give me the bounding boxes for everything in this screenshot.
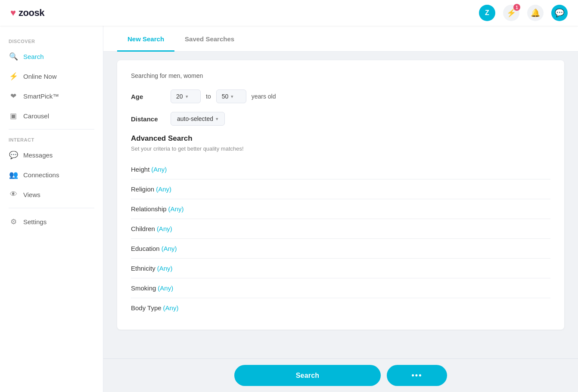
sidebar-item-connections[interactable]: 👥 Connections	[0, 165, 103, 185]
years-old-text: years old	[252, 93, 276, 100]
children-value: (Any)	[157, 225, 172, 232]
lightning-button[interactable]: ⚡ 1	[503, 5, 519, 21]
lightning-sidebar-icon: ⚡	[9, 71, 18, 81]
sidebar-footer: Zoosk © 2023	[0, 389, 103, 392]
advanced-row-body-type[interactable]: Body Type (Any)	[131, 298, 550, 318]
bell-button[interactable]: 🔔	[527, 5, 544, 21]
logo-text: zoosk	[19, 7, 44, 19]
logo-heart-icon: ♥	[10, 7, 16, 19]
tab-new-search[interactable]: New Search	[117, 26, 174, 52]
body-type-label: Body Type	[131, 304, 162, 312]
religion-value: (Any)	[156, 185, 171, 193]
age-to-dropdown[interactable]: 50 ▾	[216, 90, 246, 103]
more-button[interactable]: •••	[387, 365, 447, 386]
heart-sidebar-icon: ❤	[9, 91, 18, 101]
page-body: Discover 🔍 Search ⚡ Online Now ❤ SmartPi…	[0, 26, 578, 392]
advanced-row-relationship[interactable]: Relationship (Any)	[131, 199, 550, 219]
z-avatar-button[interactable]: Z	[479, 5, 495, 21]
search-button[interactable]: Search	[234, 365, 381, 386]
z-avatar-label: Z	[485, 9, 489, 17]
sidebar-divider-2	[9, 208, 94, 208]
advanced-row-smoking[interactable]: Smoking (Any)	[131, 278, 550, 298]
sidebar-item-online-now[interactable]: ⚡ Online Now	[0, 66, 103, 86]
ethnicity-label: Ethnicity	[131, 265, 155, 272]
sidebar-item-label: Connections	[23, 171, 94, 179]
advanced-search-section: Advanced Search Set your criteria to get…	[131, 134, 550, 318]
age-label: Age	[131, 93, 165, 100]
chevron-down-icon: ▾	[216, 116, 218, 122]
sidebar-item-search[interactable]: 🔍 Search	[0, 46, 103, 66]
education-label: Education	[131, 245, 160, 252]
messages-sidebar-icon: 💬	[9, 150, 18, 160]
sidebar-item-smartpick[interactable]: ❤ SmartPick™	[0, 86, 103, 106]
interact-label: Interact	[0, 133, 103, 145]
distance-value: auto-selected	[177, 115, 213, 122]
distance-field-row: Distance auto-selected ▾	[131, 112, 550, 126]
advanced-row-height[interactable]: Height (Any)	[131, 160, 550, 179]
smoking-value: (Any)	[158, 284, 173, 292]
tab-saved-searches[interactable]: Saved Searches	[174, 26, 245, 52]
sidebar-item-label: Settings	[23, 218, 94, 225]
advanced-row-ethnicity[interactable]: Ethnicity (Any)	[131, 259, 550, 278]
chat-icon: 💬	[555, 8, 564, 18]
sidebar-item-label: Messages	[23, 151, 94, 159]
sidebar: Discover 🔍 Search ⚡ Online Now ❤ SmartPi…	[0, 26, 103, 392]
age-field-row: Age 20 ▾ to 50 ▾ years old	[131, 90, 550, 103]
search-form: Searching for men, women Age 20 ▾ to 50 …	[117, 60, 564, 330]
ethnicity-value: (Any)	[157, 265, 173, 272]
views-sidebar-icon: 👁	[9, 190, 18, 199]
sidebar-item-label: Views	[23, 191, 94, 198]
carousel-sidebar-icon: ▣	[9, 111, 18, 120]
body-type-value: (Any)	[163, 304, 179, 312]
education-value: (Any)	[162, 245, 177, 252]
relationship-value: (Any)	[168, 205, 184, 213]
bottom-bar: Search •••	[103, 358, 578, 392]
sidebar-item-messages[interactable]: 💬 Messages	[0, 145, 103, 165]
bell-icon: 🔔	[531, 8, 540, 18]
top-nav: ♥ zoosk Z ⚡ 1 🔔 💬	[0, 0, 578, 26]
height-label: Height	[131, 166, 149, 173]
main-content: New Search Saved Searches Searching for …	[103, 26, 578, 392]
lightning-badge: 1	[513, 4, 520, 11]
advanced-row-children[interactable]: Children (Any)	[131, 219, 550, 239]
advanced-search-subtitle: Set your criteria to get better quality …	[131, 145, 550, 152]
sidebar-item-settings[interactable]: ⚙ Settings	[0, 212, 103, 231]
smoking-label: Smoking	[131, 284, 156, 292]
children-label: Children	[131, 225, 155, 232]
relationship-label: Relationship	[131, 205, 167, 213]
settings-sidebar-icon: ⚙	[9, 217, 18, 226]
age-from-dropdown[interactable]: 20 ▾	[171, 90, 201, 103]
advanced-search-title: Advanced Search	[131, 134, 550, 143]
height-value: (Any)	[151, 166, 167, 173]
searching-for-text: Searching for men, women	[131, 72, 550, 79]
to-text: to	[206, 93, 211, 100]
chat-button[interactable]: 💬	[551, 5, 568, 21]
nav-icons: Z ⚡ 1 🔔 💬	[479, 5, 568, 21]
chevron-down-icon: ▾	[231, 94, 233, 99]
chevron-down-icon: ▾	[186, 94, 188, 99]
sidebar-item-label: Online Now	[23, 73, 94, 80]
age-from-value: 20	[176, 93, 183, 100]
age-to-value: 50	[222, 93, 229, 100]
advanced-row-education[interactable]: Education (Any)	[131, 239, 550, 259]
discover-label: Discover	[0, 34, 103, 46]
connections-sidebar-icon: 👥	[9, 170, 18, 179]
logo[interactable]: ♥ zoosk	[10, 7, 44, 19]
sidebar-item-label: SmartPick™	[23, 93, 94, 100]
religion-label: Religion	[131, 185, 154, 193]
advanced-row-religion[interactable]: Religion (Any)	[131, 179, 550, 199]
distance-label: Distance	[131, 115, 165, 123]
sidebar-item-views[interactable]: 👁 Views	[0, 185, 103, 204]
sidebar-item-carousel[interactable]: ▣ Carousel	[0, 106, 103, 126]
sidebar-divider	[9, 129, 94, 130]
sidebar-item-label: Carousel	[23, 112, 94, 120]
tabs-bar: New Search Saved Searches	[103, 26, 578, 52]
distance-dropdown[interactable]: auto-selected ▾	[171, 112, 225, 126]
search-icon: 🔍	[9, 52, 18, 61]
sidebar-item-label: Search	[23, 53, 94, 60]
